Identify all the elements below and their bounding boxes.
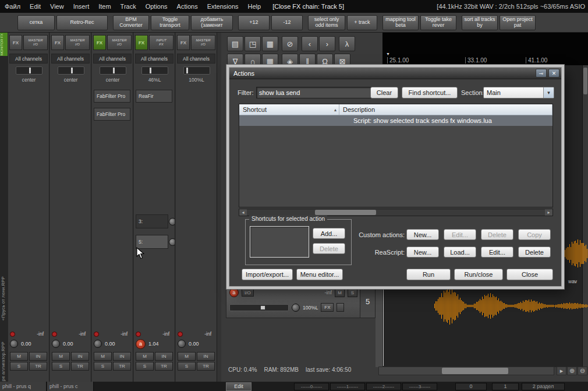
pan-slider[interactable] — [16, 66, 42, 75]
save-project-icon[interactable]: ▦ — [262, 36, 278, 51]
tb-add-replace-button[interactable]: добавить (заменит — [191, 15, 233, 30]
close-icon[interactable]: ✕ — [548, 69, 559, 78]
input-button[interactable]: IN — [71, 352, 89, 361]
scroll-left-icon[interactable]: ◂ — [239, 209, 247, 216]
fx-insert[interactable]: ReaFir — [136, 90, 172, 103]
fx-button[interactable]: FX — [177, 35, 190, 50]
tb-minus12-button[interactable]: -12 — [271, 15, 303, 30]
tb-toggle-take-button[interactable]: Toggle take rever — [420, 15, 456, 30]
mute-button[interactable]: M — [178, 352, 196, 361]
marker-field-2[interactable]: ------2------ — [366, 383, 401, 390]
custom-copy-button[interactable]: Copy — [518, 229, 551, 240]
volume-slider[interactable] — [229, 304, 289, 311]
volume-knob[interactable] — [10, 340, 18, 348]
volume-knob[interactable] — [94, 340, 102, 348]
project-tab-vertical-1[interactable]: «Прусь от лени.RPP — [1, 251, 8, 320]
marker-field-3[interactable]: ------3------ — [402, 383, 437, 390]
action-row-selected[interactable]: Script: show selected track sends fx win… — [239, 115, 552, 126]
arrange-horizontal-scrollbar[interactable] — [378, 367, 554, 375]
mute-button[interactable]: M — [335, 288, 345, 297]
add-shortcut-button[interactable]: Add... — [313, 228, 345, 239]
audio-waveform[interactable] — [434, 285, 588, 327]
fx-button[interactable]: FX — [9, 35, 22, 50]
redo-icon[interactable]: › — [319, 36, 335, 51]
zoom-in-icon[interactable]: ⊕ — [567, 367, 577, 375]
find-shortcut-button[interactable]: Find shortcut... — [402, 87, 458, 98]
filter-input[interactable] — [256, 87, 371, 98]
tb-grid-button[interactable]: сетка — [17, 15, 55, 30]
audio-waveform-small[interactable] — [562, 238, 588, 269]
reascript-new-button[interactable]: New... — [406, 246, 439, 258]
fx-bypass-button[interactable] — [336, 303, 344, 312]
import-export-button[interactable]: Import/export... — [242, 269, 293, 280]
io-button[interactable]: MASTERI/O — [107, 35, 132, 50]
volume-knob[interactable] — [178, 340, 186, 348]
routing-button[interactable]: I/O — [242, 289, 254, 297]
fx-button[interactable]: FX — [93, 35, 106, 50]
trim-button[interactable]: TR — [197, 362, 215, 371]
column-description[interactable]: Description — [339, 104, 552, 115]
run-button[interactable]: Run — [406, 269, 451, 280]
project-tab-1[interactable]: phill - prus q — [0, 382, 47, 391]
input-button[interactable]: IN — [155, 352, 173, 361]
io-button[interactable]: MASTERI/O — [191, 35, 215, 50]
marker-field-0[interactable]: ------0------ — [294, 383, 329, 390]
input-button[interactable]: IN — [197, 352, 215, 361]
project-tab-2[interactable]: phill - prus c — [47, 382, 94, 391]
menu-extensions[interactable]: Extensions — [203, 3, 243, 10]
record-arm-button[interactable]: a — [229, 288, 239, 297]
solo-button[interactable]: S — [136, 362, 154, 371]
tb-retro-rec-button[interactable]: Retro-Rec — [56, 15, 108, 30]
trim-button[interactable]: TR — [155, 362, 173, 371]
custom-edit-button[interactable]: Edit... — [444, 229, 476, 240]
record-arm-indicator[interactable] — [178, 332, 183, 337]
menu-actions[interactable]: Actions — [172, 3, 203, 10]
section-dropdown[interactable]: Main ▾ — [483, 87, 554, 98]
record-arm-button[interactable]: a — [136, 339, 146, 349]
record-arm-indicator[interactable] — [10, 332, 15, 337]
send-knob[interactable] — [169, 238, 175, 246]
solo-button[interactable]: S — [348, 288, 357, 297]
menu-edit[interactable]: Edit — [25, 3, 45, 10]
menu-help[interactable]: Help — [243, 3, 266, 10]
reascript-delete-button[interactable]: Delete — [518, 246, 551, 258]
send-slot-3[interactable]: 3: — [136, 214, 168, 228]
fx-insert[interactable]: FabFilter Pro — [94, 108, 130, 121]
counter-1[interactable]: 1 — [492, 383, 519, 390]
mute-button[interactable]: M — [136, 352, 154, 361]
solo-button[interactable]: S — [94, 362, 112, 371]
shortcut-listbox[interactable] — [250, 226, 309, 258]
input-button[interactable]: IN — [113, 352, 131, 361]
pan-knob[interactable] — [292, 304, 300, 312]
mute-button[interactable]: M — [52, 352, 70, 361]
new-project-icon[interactable]: ▤ — [227, 36, 243, 51]
delete-shortcut-button[interactable]: Delete — [313, 243, 345, 254]
io-button[interactable]: MASTERI/O — [65, 35, 90, 50]
record-arm-indicator[interactable] — [136, 332, 141, 337]
tb-plus12-button[interactable]: +12 — [238, 15, 270, 30]
tb-open-project-button[interactable]: Open project pat — [500, 15, 536, 30]
marker-field-1[interactable]: ------1------ — [330, 383, 365, 390]
timeline-ruler[interactable]: ▼ 25.1.00 33.1.00 41.1.00 — [382, 33, 588, 65]
fx-button[interactable]: FX — [135, 35, 148, 50]
tb-select-odd-items-button[interactable]: select only odd items — [308, 15, 345, 30]
mute-button[interactable]: M — [10, 352, 28, 361]
run-close-button[interactable]: Run/close — [454, 269, 503, 280]
scrollbar-thumb[interactable] — [442, 368, 508, 374]
script-lambda-icon[interactable]: λ — [339, 36, 355, 51]
close-button[interactable]: Close — [506, 269, 553, 280]
pin-icon[interactable]: ⊸ — [536, 69, 547, 78]
track-number[interactable]: 5 — [360, 286, 375, 318]
mute-button[interactable]: M — [94, 352, 112, 361]
counter-0[interactable]: 0 — [455, 383, 487, 390]
menu-file[interactable]: Файл — [0, 3, 25, 10]
monitor-fx-tab[interactable]: MONITOR FX — [0, 33, 8, 56]
scrollbar-thumb[interactable] — [315, 210, 376, 215]
tb-mapping-tool-button[interactable]: mapping tool beta — [382, 15, 419, 30]
custom-new-button[interactable]: New... — [406, 229, 439, 240]
tb-sort-tracks-button[interactable]: sort all tracks by — [462, 15, 498, 30]
scroll-right-icon[interactable]: ▸ — [557, 367, 566, 375]
dialog-titlebar[interactable]: Actions ⊸ ✕ — [229, 68, 561, 79]
fx-insert[interactable]: FabFilter Pro — [94, 90, 130, 103]
open-project-icon[interactable]: ◳ — [245, 36, 261, 51]
